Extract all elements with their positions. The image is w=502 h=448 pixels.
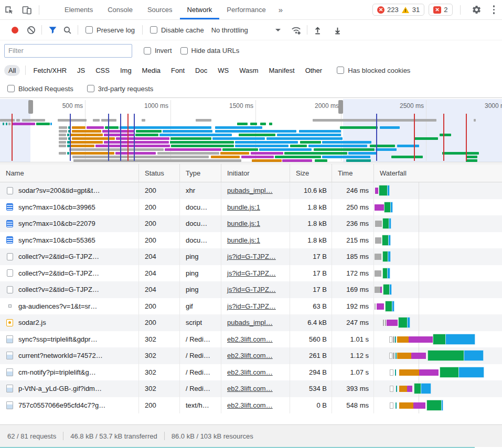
console-status-badge[interactable]: ✕ 223 ! 31 [372,4,424,16]
table-row[interactable]: cm-notify?pi=triplelift&g…302/ Redi…eb2.… [0,364,502,381]
waterfall-segment [464,351,483,360]
third-party-requests-checkbox[interactable]: 3rd-party requests [87,85,154,93]
checkbox[interactable] [180,47,188,54]
tab-sources[interactable]: Sources [140,0,180,19]
checkbox[interactable] [150,26,157,34]
initiator-link[interactable]: js?id=G-TJPZ… [227,253,276,260]
more-options-icon[interactable] [490,5,502,14]
issues-badge[interactable]: ✕ 2 [429,4,452,16]
overview-bar [163,130,212,133]
type-filter-doc[interactable]: Doc [191,65,211,76]
type-filter-media[interactable]: Media [138,65,165,76]
checkbox[interactable] [87,85,94,92]
waterfall-segment [409,336,433,343]
table-row[interactable]: sodar2.js200scriptpubads_impl…6.4 kB247 … [0,314,502,331]
table-row[interactable]: collect?v=2&tid=G-TJPZ…204pingjs?id=G-TJ… [0,281,502,298]
initiator-link[interactable]: pubads_impl… [227,319,273,326]
network-overview-timeline[interactable]: 500 ms1000 ms1500 ms2000 ms2500 ms3000 m… [0,97,502,162]
column-header-waterfall[interactable]: Waterfall [374,164,502,182]
overview-tick-label: 1000 ms [129,102,168,110]
blocked-requests-checkbox[interactable]: Blocked Requests [7,85,73,93]
export-har-icon[interactable] [330,23,345,37]
type-filter-manifest[interactable]: Manifest [264,65,298,76]
type-filter-all[interactable]: All [4,65,20,76]
type-filter-wasm[interactable]: Wasm [235,65,262,76]
checkbox[interactable] [144,47,151,54]
device-toolbar-icon[interactable] [18,2,36,18]
table-row[interactable]: sodar?sv=200&tid=gpt&t…200xhrpubads_impl… [0,182,502,199]
type-filter-js[interactable]: JS [73,65,89,76]
initiator-link[interactable]: eb2.3lift.com… [227,368,273,376]
checkbox[interactable] [7,85,15,92]
preserve-log-checkbox[interactable]: Preserve log [86,26,135,34]
initiator-link[interactable]: pubads_impl… [227,187,273,194]
initiator-link[interactable]: js?id=G-TJPZ… [227,286,276,293]
overview-bar [59,141,66,144]
has-blocked-cookies-checkbox[interactable]: Has blocked cookies [337,67,410,74]
checkbox[interactable] [337,67,344,74]
cell-size: 17 B [290,281,332,298]
dcl-event-line [134,114,135,161]
type-filter-img[interactable]: Img [116,65,136,76]
overview-left-handle[interactable] [28,100,33,114]
initiator-link[interactable]: bundle.js:1 [227,220,260,227]
table-row[interactable]: p-VtN-a_yLd-GB-.gif?idm…302/ Redi…eb2.3l… [0,380,502,397]
network-conditions-icon[interactable] [289,23,304,37]
column-header-initiator[interactable]: Initiator [221,164,290,182]
initiator-link[interactable]: bundle.js:1 [227,203,260,211]
hide-data-urls-checkbox[interactable]: Hide data URLs [180,47,240,54]
table-row[interactable]: ga-audiences?v=1&t=sr…200gifjs?id=G-TJPZ… [0,298,502,315]
column-header-status[interactable]: Status [139,164,180,182]
cell-waterfall [374,364,502,381]
more-tabs-button[interactable]: » [273,5,288,14]
column-header-size[interactable]: Size [290,164,332,182]
blocked-requests-label: Blocked Requests [18,85,73,93]
clear-icon[interactable] [24,23,38,37]
cell-size: 17 B [290,265,332,282]
filter-funnel-icon[interactable] [45,23,60,37]
record-button[interactable] [12,27,18,34]
overview-tick-label: 500 ms [43,102,83,110]
column-header-name[interactable]: Name [0,164,139,182]
import-har-icon[interactable] [311,23,325,37]
disable-cache-checkbox[interactable]: Disable cache [150,26,204,34]
inspect-element-icon[interactable] [0,2,18,18]
cell-time: 393 ms [332,380,374,397]
tab-network[interactable]: Network [180,0,220,19]
column-header-time[interactable]: Time [332,164,374,182]
checkbox[interactable] [86,26,93,34]
initiator-link[interactable]: eb2.3lift.com… [227,385,273,392]
table-row[interactable]: sync?max=10&cb=22079200docu…bundle.js:11… [0,215,502,232]
initiator-link[interactable]: eb2.3lift.com… [227,352,273,359]
overview-bar [70,145,94,147]
table-row[interactable]: 757c0557066e95cfd4c7?g…200text/h…eb2.3li… [0,397,502,414]
throttling-caret-icon[interactable] [275,29,281,31]
type-filter-fetch-xhr[interactable]: Fetch/XHR [29,65,71,76]
tab-elements[interactable]: Elements [57,0,100,19]
initiator-link[interactable]: js?id=G-TJPZ… [227,302,276,310]
table-row[interactable]: sync?max=10&cb=55365200docu…bundle.js:11… [0,232,502,249]
initiator-link[interactable]: eb2.3lift.com… [227,335,273,343]
column-header-type[interactable]: Type [180,164,221,182]
tab-performance[interactable]: Performance [219,0,273,19]
type-filter-ws[interactable]: WS [213,65,233,76]
tab-console[interactable]: Console [100,0,140,19]
type-filter-other[interactable]: Other [301,65,327,76]
type-filter-font[interactable]: Font [167,65,189,76]
table-row[interactable]: sync?max=10&cb=39965200docu…bundle.js:11… [0,199,502,216]
table-row[interactable]: current?networkId=74572…302/ Redi…eb2.3l… [0,347,502,364]
search-icon[interactable] [60,23,74,37]
initiator-link[interactable]: bundle.js:1 [227,236,260,244]
table-row[interactable]: sync?ssp=triplelift&gdpr…302/ Redi…eb2.3… [0,331,502,348]
filter-input[interactable] [4,44,132,58]
initiator-link[interactable]: js?id=G-TJPZ… [227,269,276,277]
settings-gear-icon[interactable] [468,2,486,18]
initiator-link[interactable]: eb2.3lift.com… [227,401,273,409]
invert-checkbox[interactable]: Invert [144,47,172,54]
overview-right-handle[interactable] [338,100,343,114]
table-row[interactable]: collect?v=2&tid=G-TJPZ…204pingjs?id=G-TJ… [0,265,502,282]
type-filter-css[interactable]: CSS [91,65,114,76]
cell-type: ping [180,248,221,265]
throttling-select[interactable]: No throttling [211,26,248,34]
table-row[interactable]: collect?v=2&tid=G-TJPZ…204pingjs?id=G-TJ… [0,248,502,265]
